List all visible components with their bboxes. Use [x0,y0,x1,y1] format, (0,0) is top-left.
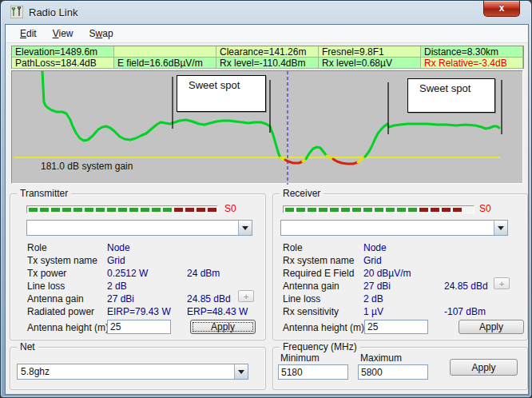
chevron-down-icon [238,370,244,374]
tx-radiated-power-label: Radiated power [27,306,94,317]
rx-antenna-gain-label: Antenna gain [283,281,339,292]
signal-dash-green [408,208,417,212]
status-cell: Fresnel=9.8F1 [319,46,421,58]
rx-sensitivity-dbm: -107 dBm [444,306,486,317]
window-title: Radio Link [29,6,77,18]
tx-antenna-gain-dbd: 24.85 dBd [187,293,231,304]
frequency-maximum-label: Maximum [360,352,402,364]
signal-dash-red [185,208,194,212]
signal-dash-green [107,208,116,212]
status-cell: Distance=8.30km [421,46,523,58]
sweet-spot-callout: Sweet spot [407,78,495,113]
tx-power-dbm: 24 dBm [187,268,220,279]
profile-segment-danger [333,159,358,164]
rx-antenna-detail-button[interactable]: + [494,277,510,289]
tx-unit-combobox[interactable] [26,220,252,236]
signal-dash-red [431,208,439,212]
menu-bar: Edit View Swap [6,25,528,43]
signal-dash-green [163,208,172,212]
tx-system-label: Tx system name [27,255,97,266]
signal-dash-red [208,208,216,212]
signal-dash-green [319,208,328,212]
client-area: Edit View Swap Elevation=1489.6mClearanc… [5,24,529,395]
tx-power-watts: 0.2512 W [107,268,148,279]
rx-antenna-gain-dbd: 24.85 dBd [444,281,488,292]
close-button[interactable]: x [483,1,520,17]
tx-signal-bar [26,205,218,213]
rx-antenna-height-input[interactable] [364,320,428,334]
status-cell: Rx level=0.68µV [319,58,421,69]
profile-segment-profile [365,124,499,157]
tx-system-value: Grid [107,255,125,266]
status-cell: Rx Relative=-3.4dB [421,58,523,69]
status-cell: Clearance=141.26m [216,46,319,58]
frequency-maximum-input[interactable] [358,364,428,380]
net-combobox-dropdown-button[interactable] [234,364,248,379]
tx-role-value: Node [107,242,130,253]
rx-system-value: Grid [363,255,382,266]
signal-dash-green [62,208,71,212]
status-cell [114,46,216,58]
signal-dash-red [197,208,205,212]
title-bar[interactable]: Radio Link x [1,1,531,23]
tx-combobox-dropdown-button[interactable] [238,221,252,235]
status-cell: E field=16.6dBµV/m [114,58,216,69]
net-legend: Net [17,341,38,352]
signal-dash-green [129,208,138,212]
rx-antenna-height-label: Antenna height (m) [283,322,364,333]
signal-dash-red [419,208,428,212]
rx-required-efield-value: 20 dBµV/m [363,268,411,279]
path-profile-chart[interactable]: 181.0 dB system gainSweet spotSweet spot [11,70,523,184]
rx-line-loss-value: 2 dB [363,293,383,304]
frequency-legend: Frequency (MHz) [280,341,360,352]
signal-dash-green [363,208,372,212]
net-group: Net 5.8ghz [10,347,266,390]
tx-antenna-height-input[interactable] [107,320,171,334]
frequency-apply-button[interactable]: Apply [450,359,518,376]
tx-antenna-gain-label: Antenna gain [27,293,84,304]
receiver-group: Receiver S0 Role Node Rx system name Gri… [272,193,528,340]
signal-dash-green [40,208,49,212]
signal-dash-green [96,208,105,212]
net-combobox[interactable]: 5.8ghz [17,364,248,380]
radio-link-window: Radio Link x Edit View Swap Elevation=14… [0,0,532,398]
link-status-grid: Elevation=1489.6mClearance=141.26mFresne… [11,46,524,69]
tx-eirp-value: EIRP=79.43 W [107,306,171,317]
rx-role-value: Node [363,242,387,253]
signal-dash-green [397,208,406,212]
frequency-minimum-input[interactable] [278,364,348,380]
tx-antenna-detail-button[interactable]: + [238,290,254,302]
signal-dash-green [141,208,149,212]
tx-power-label: Tx power [27,268,66,279]
signal-dash-green [285,208,294,212]
rx-line-loss-label: Line loss [283,293,320,304]
menu-swap[interactable]: Swap [83,26,120,42]
frequency-minimum-label: Minimum [280,352,320,364]
signal-dash-green [386,208,395,212]
tx-antenna-gain-dbi: 27 dBi [107,293,134,304]
signal-dash-green [73,208,82,212]
signal-dash-green [330,208,339,212]
menu-edit[interactable]: Edit [14,26,43,42]
rx-apply-button[interactable]: Apply [459,320,524,334]
receiver-legend: Receiver [280,188,324,199]
signal-dash-red [442,208,451,212]
signal-dash-green [152,208,161,212]
tx-signal-unit-label: S0 [224,203,236,214]
rx-signal-bar [283,205,474,213]
signal-dash-red [174,208,183,212]
menu-view[interactable]: View [46,26,80,42]
rx-required-efield-label: Required E Field [283,268,354,279]
signal-dash-green [29,208,38,212]
tx-apply-button[interactable]: Apply [190,320,256,334]
rx-combobox-dropdown-button[interactable] [494,221,507,235]
status-cell: PathLoss=184.4dB [12,58,114,69]
sweet-spot-callout: Sweet spot [177,75,266,112]
frequency-group: Frequency (MHz) Minimum Maximum Apply [272,347,528,390]
chevron-down-icon [498,226,504,230]
rx-sensitivity-label: Rx sensitivity [283,306,339,317]
signal-dash-green [375,208,383,212]
rx-unit-combobox[interactable] [280,220,508,236]
signal-dash-green [85,208,93,212]
rx-system-label: Rx system name [283,255,354,266]
